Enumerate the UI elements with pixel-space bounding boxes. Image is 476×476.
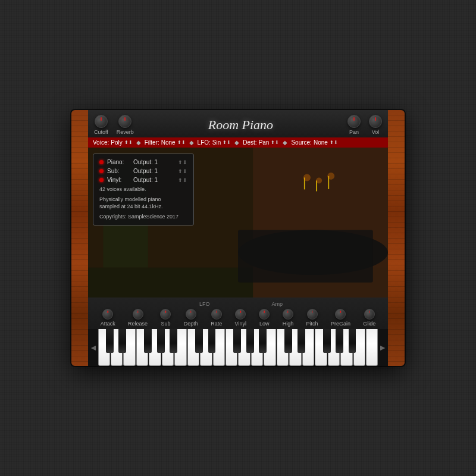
voice-count: 42 voices available. — [99, 186, 187, 193]
pan-label: Pan — [349, 129, 359, 135]
sub-knob[interactable] — [160, 309, 171, 320]
cutoff-knob[interactable] — [95, 115, 108, 128]
white-key[interactable] — [353, 329, 365, 366]
sep4: ◆ — [283, 139, 287, 146]
white-key[interactable] — [136, 329, 148, 366]
white-key[interactable] — [111, 329, 123, 366]
section-labels: LFO Amp — [93, 301, 383, 307]
glide-knob[interactable] — [364, 309, 375, 320]
rate-knob[interactable] — [211, 309, 222, 320]
glide-label: Glide — [363, 321, 375, 327]
white-key[interactable] — [277, 329, 289, 366]
dest-dropdown[interactable]: Dest: Pan ⬆⬇ — [243, 139, 279, 146]
pregain-group: PreGain — [331, 309, 350, 327]
white-key[interactable] — [187, 329, 199, 366]
knobs-row: Attack Release Sub Depth — [93, 309, 383, 327]
attack-label: Attack — [101, 321, 115, 327]
keyboard-arrow-right[interactable]: ► — [378, 343, 387, 352]
high-label: High — [283, 321, 294, 327]
vol-knob[interactable] — [369, 115, 382, 128]
rate-group: Rate — [211, 309, 222, 327]
depth-knob[interactable] — [186, 309, 196, 320]
attack-knob[interactable] — [102, 309, 113, 320]
svg-point-10 — [316, 177, 322, 183]
pregain-knob[interactable] — [335, 309, 346, 320]
white-key[interactable] — [302, 329, 314, 366]
low-knob[interactable] — [259, 309, 270, 320]
lfo-dropdown[interactable]: LFO: Sin ⬆⬇ — [198, 139, 231, 146]
release-knob[interactable] — [133, 309, 143, 320]
plugin-title: Room Piano — [134, 117, 347, 133]
source-dropdown[interactable]: Source: None ⬆⬇ — [291, 139, 337, 146]
dest-arrow: ⬆⬇ — [271, 140, 279, 145]
piano-led — [99, 160, 104, 164]
pan-knob[interactable] — [347, 115, 361, 128]
filter-dropdown[interactable]: Filter: None ⬆⬇ — [145, 139, 186, 146]
dest-label: Dest: — [243, 139, 256, 146]
vinyl-arrows[interactable]: ⬆⬇ — [178, 177, 187, 183]
bottom-controls: LFO Amp Attack Release S — [88, 298, 388, 329]
sub-value: Output: 1 — [133, 168, 158, 174]
vol-group: Vol — [369, 115, 382, 135]
keyboard-arrow-left[interactable]: ◄ — [89, 343, 98, 352]
plugin-container: Cutoff Reverb Room Piano Pan Vol — [71, 110, 405, 366]
white-key[interactable] — [340, 329, 352, 366]
white-key[interactable] — [123, 329, 135, 366]
sub-led — [99, 169, 104, 173]
sep3: ◆ — [234, 139, 239, 146]
white-key[interactable] — [238, 329, 250, 366]
white-key[interactable] — [174, 329, 186, 366]
description: Physically modelled pianosampled at 24 b… — [99, 196, 187, 211]
wood-panel-left — [71, 110, 88, 366]
white-keys — [98, 329, 378, 366]
pregain-label: PreGain — [331, 321, 350, 327]
voice-value: Poly — [111, 139, 122, 146]
low-group: Low — [259, 309, 270, 327]
sub-label: Sub: — [107, 168, 130, 174]
piano-arrows[interactable]: ⬆⬇ — [178, 159, 187, 165]
lfo-label: LFO: — [198, 139, 211, 146]
svg-point-9 — [303, 174, 311, 181]
white-key[interactable] — [149, 329, 161, 366]
white-key[interactable] — [162, 329, 174, 366]
reverb-knob[interactable] — [118, 115, 131, 128]
white-key[interactable] — [366, 329, 378, 366]
release-group: Release — [128, 309, 148, 327]
filter-arrow: ⬆⬇ — [177, 140, 186, 145]
white-key[interactable] — [289, 329, 301, 366]
filter-label: Filter: — [145, 139, 159, 146]
white-key[interactable] — [213, 329, 225, 366]
voice-dropdown[interactable]: Voice: Poly ⬆⬇ — [93, 139, 133, 146]
voice-label: Voice: — [93, 139, 109, 146]
vinyl-value: Output: 1 — [133, 177, 158, 183]
pitch-knob[interactable] — [307, 309, 318, 320]
sub-knob-group: Sub — [160, 309, 171, 327]
white-key[interactable] — [98, 329, 110, 366]
glide-group: Glide — [363, 309, 375, 327]
vinyl-label: Vinyl: — [107, 177, 130, 183]
white-key[interactable] — [251, 329, 263, 366]
sep1: ◆ — [136, 139, 141, 146]
sub-knob-label: Sub — [161, 321, 170, 327]
piano-label: Piano: — [107, 159, 130, 165]
sub-row: Sub: Output: 1 ⬆⬇ — [99, 168, 187, 174]
low-label: Low — [259, 321, 270, 327]
sep2: ◆ — [189, 139, 194, 146]
cutoff-label: Cutoff — [94, 129, 108, 135]
keyboard: ◄ ► — [88, 329, 388, 366]
lfo-arrow: ⬆⬇ — [223, 140, 231, 145]
white-key[interactable] — [226, 329, 237, 366]
white-key[interactable] — [264, 329, 275, 366]
attack-group: Attack — [101, 309, 115, 327]
vinyl-row: Vinyl: Output: 1 ⬆⬇ — [99, 177, 187, 183]
white-key[interactable] — [328, 329, 340, 366]
high-knob[interactable] — [283, 309, 293, 320]
cutoff-group: Cutoff — [94, 115, 108, 135]
source-value: None — [314, 139, 328, 146]
sub-arrows[interactable]: ⬆⬇ — [178, 168, 187, 174]
vinyl-knob-group: Vinyl — [235, 309, 246, 327]
white-key[interactable] — [200, 329, 212, 366]
white-key[interactable] — [315, 329, 327, 366]
vinyl-led — [99, 178, 104, 182]
vinyl-knob[interactable] — [235, 309, 246, 320]
